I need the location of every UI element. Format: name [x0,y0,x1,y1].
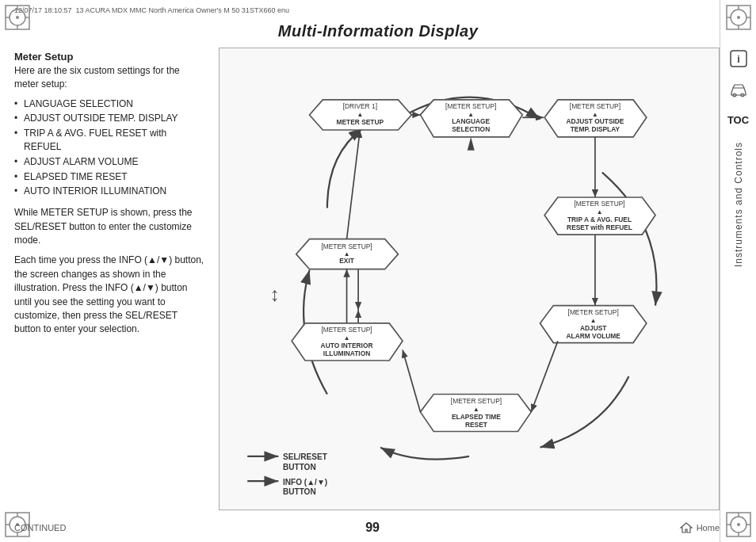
main-content: Meter Setup Here are the six custom sett… [14,48,720,510]
list-item: AUTO INTERIOR ILLUMINATION [14,185,204,198]
diagram-svg: [DRIVER 1] ▲ METER SETUP [METER SETUP] ▲… [220,48,719,510]
node-driver1: [DRIVER 1] ▲ METER SETUP [310,100,412,130]
bottom-bar: CONTINUED 99 Home [14,513,720,542]
svg-text:▲: ▲ [357,111,363,118]
diagram-area: [DRIVER 1] ▲ METER SETUP [METER SETUP] ▲… [219,48,720,510]
svg-text:TEMP. DISPLAY: TEMP. DISPLAY [571,125,620,133]
home-label: Home [697,523,720,532]
car-icon [727,79,750,101]
svg-text:AUTO INTERIOR: AUTO INTERIOR [321,342,373,349]
info-icon[interactable]: i [727,48,750,70]
page-number: 99 [365,521,380,535]
body-text-1: While METER SETUP is shown, press the SE… [14,206,204,247]
toc-label[interactable]: TOC [727,114,749,126]
svg-line-79 [403,350,420,412]
svg-text:EXIT: EXIT [339,257,354,265]
svg-text:[METER SETUP]: [METER SETUP] [568,308,619,316]
node-outside-temp: [METER SETUP] ▲ ADJUST OUTSIDE TEMP. DIS… [544,100,647,137]
svg-text:SEL/RESET: SEL/RESET [283,452,328,461]
svg-text:↕: ↕ [269,284,279,305]
svg-text:▲: ▲ [473,406,479,413]
svg-text:ADJUST: ADJUST [580,324,607,332]
bullet-list: LANGUAGE SELECTION ADJUST OUTSIDE TEMP. … [14,97,204,199]
svg-text:RESET: RESET [465,421,488,429]
list-item: LANGUAGE SELECTION [14,97,204,111]
svg-text:[METER SETUP]: [METER SETUP] [570,102,620,110]
sidebar-section-label: Instruments and Controls [733,142,744,267]
svg-text:LANGUAGE: LANGUAGE [452,117,490,125]
svg-text:BUTTON: BUTTON [283,463,316,471]
svg-line-78 [531,341,558,412]
svg-text:TRIP A & AVG. FUEL: TRIP A & AVG. FUEL [567,216,632,223]
node-language: [METER SETUP] ▲ LANGUAGE SELECTION [420,100,522,137]
section-intro: Here are the six custom settings for the… [14,64,204,91]
svg-text:BUTTON: BUTTON [283,487,316,496]
svg-marker-88 [468,137,475,151]
svg-text:▲: ▲ [590,317,597,324]
list-item: ADJUST OUTSIDE TEMP. DISPLAY [14,112,204,125]
svg-text:RESET with REFUEL: RESET with REFUEL [567,223,632,231]
svg-text:[METER SETUP]: [METER SETUP] [445,102,496,110]
svg-text:INFO (▲/▼): INFO (▲/▼) [283,478,327,487]
home-button[interactable]: Home [679,521,720,534]
continued-label: CONTINUED [14,523,66,532]
svg-text:i: i [737,53,740,65]
svg-text:ALARM VOLUME: ALARM VOLUME [566,332,620,340]
node-trip: [METER SETUP] ▲ TRIP A & AVG. FUEL RESET… [544,197,655,235]
svg-text:SELECTION: SELECTION [452,125,490,133]
svg-text:▲: ▲ [344,334,350,342]
list-item: ADJUST ALARM VOLUME [14,155,204,169]
top-metadata: 12/07/17 18:10:57 13 ACURA MDX MMC North… [14,6,289,14]
svg-text:[METER SETUP]: [METER SETUP] [574,200,624,208]
page-title: Multi-Information Display [0,22,756,40]
svg-text:ILLUMINATION: ILLUMINATION [323,349,370,357]
svg-text:ADJUST OUTSIDE: ADJUST OUTSIDE [566,117,624,125]
section-title: Meter Setup [14,51,204,63]
list-item: ELAPSED TIME RESET [14,170,204,184]
svg-point-6 [16,16,19,19]
svg-text:[METER SETUP]: [METER SETUP] [321,326,372,334]
list-item: TRIP A & AVG. FUEL RESET with REFUEL [14,127,204,154]
node-auto: [METER SETUP] ▲ AUTO INTERIOR ILLUMINATI… [292,323,403,361]
svg-text:▲: ▲ [597,208,603,216]
legend: SEL/RESET BUTTON INFO (▲/▼) BUTTON [247,452,328,496]
svg-line-81 [347,130,361,239]
node-alarm: [METER SETUP] ▲ ADJUST ALARM VOLUME [540,306,647,343]
node-elapsed: [METER SETUP] ▲ ELAPSED TIME RESET [420,395,531,432]
body-text-2: Each time you press the INFO (▲/▼) butto… [14,254,204,336]
right-sidebar: i TOC Instruments and Controls [720,0,756,542]
left-column: Meter Setup Here are the six custom sett… [14,48,204,510]
svg-text:[DRIVER 1]: [DRIVER 1] [343,102,377,110]
node-exit: [METER SETUP] ▲ EXIT [296,239,399,269]
svg-text:[METER SETUP]: [METER SETUP] [321,242,372,250]
svg-text:METER SETUP: METER SETUP [337,118,384,126]
svg-text:ELAPSED TIME: ELAPSED TIME [452,413,501,421]
svg-text:[METER SETUP]: [METER SETUP] [451,397,502,405]
